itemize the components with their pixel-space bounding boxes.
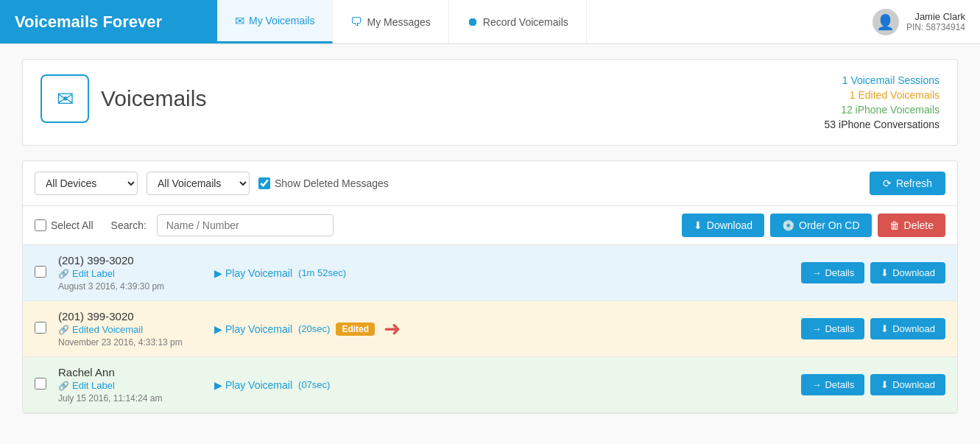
- row-checkbox-3[interactable]: [35, 378, 49, 392]
- download-icon: ⬇: [694, 219, 702, 231]
- vm-stats: 1 Voicemail Sessions 1 Edited Voicemails…: [825, 74, 940, 130]
- edit-label-3[interactable]: Edit Label: [72, 380, 115, 391]
- download-sm-icon-2: ⬇: [881, 323, 889, 334]
- delete-button[interactable]: 🗑 Delete: [878, 214, 945, 237]
- edit-icon-1: 🔗: [58, 269, 69, 279]
- vm-contact-1: (201) 399-3020 🔗 Edit Label August 3 201…: [58, 254, 205, 292]
- vm-title-section: ✉ Voicemails: [40, 74, 206, 123]
- user-info-section: 👤 Jamie Clark PIN: 58734914: [858, 9, 980, 35]
- record-icon: ⏺: [467, 15, 479, 29]
- nav-my-messages-label: My Messages: [367, 16, 430, 28]
- user-name: Jamie Clark: [906, 11, 965, 22]
- user-pin: PIN: 58734914: [906, 22, 965, 32]
- show-deleted-label[interactable]: Show Deleted Messages: [258, 177, 389, 189]
- play-button-2[interactable]: ▶ Play Voicemail: [214, 323, 292, 335]
- row-checkbox-input-2[interactable]: [35, 322, 46, 334]
- arrow-right-icon-3: →: [811, 379, 821, 390]
- vm-date-3: July 15 2016, 11:14:24 am: [58, 393, 205, 404]
- nav-my-voicemails[interactable]: ✉ My Voicemails: [217, 0, 333, 43]
- brand-label: Voicemails Forever: [15, 13, 162, 32]
- row-checkbox-input-3[interactable]: [35, 378, 46, 390]
- vm-actions-2: → Details ⬇ Download: [801, 318, 945, 339]
- cd-icon: 💿: [782, 219, 794, 231]
- avatar: 👤: [873, 9, 899, 35]
- vm-play-1: ▶ Play Voicemail (1m 52sec): [214, 267, 792, 279]
- search-label: Search:: [111, 219, 147, 231]
- play-duration-3: (07sec): [298, 379, 330, 390]
- refresh-icon: ⟳: [883, 177, 892, 189]
- arrow-right-icon-2: →: [811, 323, 821, 334]
- refresh-label: Refresh: [896, 177, 932, 189]
- main-nav: ✉ My Voicemails 🗨 My Messages ⏺ Record V…: [217, 0, 858, 43]
- select-all-label[interactable]: Select All: [35, 219, 94, 231]
- vm-play-2: ▶ Play Voicemail (20sec) Edited ➜: [214, 317, 792, 341]
- row-checkbox-input-1[interactable]: [35, 266, 46, 278]
- row-download-button-2[interactable]: ⬇ Download: [870, 318, 945, 339]
- page-title: Voicemails: [101, 86, 206, 111]
- toolbar-buttons: ⬇ Download 💿 Order On CD 🗑 Delete: [682, 214, 945, 237]
- vm-play-3: ▶ Play Voicemail (07sec): [214, 379, 792, 391]
- vm-contact-3: Rachel Ann 🔗 Edit Label July 15 2016, 11…: [58, 366, 205, 404]
- delete-label: Delete: [904, 219, 934, 231]
- nav-record-voicemails-label: Record Voicemails: [483, 16, 568, 28]
- arrow-right-icon-1: →: [811, 267, 821, 278]
- message-icon: 🗨: [350, 15, 362, 29]
- table-row: (201) 399-3020 🔗 Edit Label August 3 201…: [23, 245, 957, 301]
- play-icon-2: ▶: [214, 323, 222, 335]
- play-duration-2: (20sec): [298, 323, 330, 334]
- edit-icon-3: 🔗: [58, 381, 69, 391]
- voicemails-filter[interactable]: All Voicemails: [147, 172, 250, 195]
- order-cd-button[interactable]: 💿 Order On CD: [770, 214, 871, 237]
- stat-edited-voicemails[interactable]: 1 Edited Voicemails: [825, 89, 940, 101]
- vm-phone-3: Rachel Ann: [58, 366, 205, 378]
- row-download-label-2: Download: [892, 323, 935, 334]
- voicemail-envelope-icon: ✉: [57, 87, 74, 111]
- details-button-1[interactable]: → Details: [801, 262, 864, 283]
- envelope-icon: ✉: [235, 14, 244, 28]
- details-button-3[interactable]: → Details: [801, 374, 864, 395]
- details-label-3: Details: [825, 379, 854, 390]
- refresh-button[interactable]: ⟳ Refresh: [870, 172, 945, 195]
- table-row: Rachel Ann 🔗 Edit Label July 15 2016, 11…: [23, 357, 957, 413]
- stat-iphone-voicemails[interactable]: 12 iPhone Voicemails: [825, 104, 940, 116]
- download-label: Download: [707, 219, 752, 231]
- table-row: (201) 399-3020 🔗 Edited Voicemail Novemb…: [23, 301, 957, 357]
- devices-filter[interactable]: All Devices: [35, 172, 138, 195]
- row-download-button-1[interactable]: ⬇ Download: [870, 262, 945, 283]
- play-button-1[interactable]: ▶ Play Voicemail: [214, 267, 292, 279]
- vm-actions-1: → Details ⬇ Download: [801, 262, 945, 283]
- edit-label-1[interactable]: Edit Label: [72, 268, 115, 279]
- edit-label-2[interactable]: Edited Voicemail: [72, 324, 143, 335]
- select-all-checkbox[interactable]: [35, 219, 46, 231]
- stat-voicemail-sessions[interactable]: 1 Voicemail Sessions: [825, 74, 940, 86]
- vm-actions-3: → Details ⬇ Download: [801, 374, 945, 395]
- vm-date-2: November 23 2016, 4:33:13 pm: [58, 337, 205, 348]
- details-button-2[interactable]: → Details: [801, 318, 864, 339]
- play-label-1: Play Voicemail: [225, 267, 292, 279]
- main-content: ✉ Voicemails 1 Voicemail Sessions 1 Edit…: [0, 44, 980, 444]
- play-button-3[interactable]: ▶ Play Voicemail: [214, 379, 292, 391]
- play-duration-1: (1m 52sec): [298, 267, 346, 278]
- row-checkbox-1[interactable]: [35, 266, 49, 280]
- red-arrow-icon: ➜: [384, 317, 401, 341]
- trash-icon: 🗑: [889, 219, 900, 231]
- row-download-label-1: Download: [892, 267, 935, 278]
- order-cd-label: Order On CD: [799, 219, 859, 231]
- row-download-label-3: Download: [892, 379, 935, 390]
- row-download-button-3[interactable]: ⬇ Download: [870, 374, 945, 395]
- nav-record-voicemails[interactable]: ⏺ Record Voicemails: [449, 0, 587, 43]
- show-deleted-text: Show Deleted Messages: [275, 177, 389, 189]
- header: Voicemails Forever ✉ My Voicemails 🗨 My …: [0, 0, 980, 44]
- play-icon-1: ▶: [214, 267, 222, 279]
- show-deleted-checkbox[interactable]: [258, 177, 270, 189]
- vm-contact-2: (201) 399-3020 🔗 Edited Voicemail Novemb…: [58, 310, 205, 348]
- search-input[interactable]: [157, 214, 334, 236]
- edited-badge: Edited: [336, 323, 375, 336]
- download-button[interactable]: ⬇ Download: [682, 214, 764, 237]
- row-checkbox-2[interactable]: [35, 322, 49, 336]
- play-label-3: Play Voicemail: [225, 379, 292, 391]
- vm-phone-1: (201) 399-3020: [58, 254, 205, 267]
- nav-my-messages[interactable]: 🗨 My Messages: [333, 0, 448, 43]
- vm-phone-2: (201) 399-3020: [58, 310, 205, 323]
- nav-my-voicemails-label: My Voicemails: [249, 15, 314, 27]
